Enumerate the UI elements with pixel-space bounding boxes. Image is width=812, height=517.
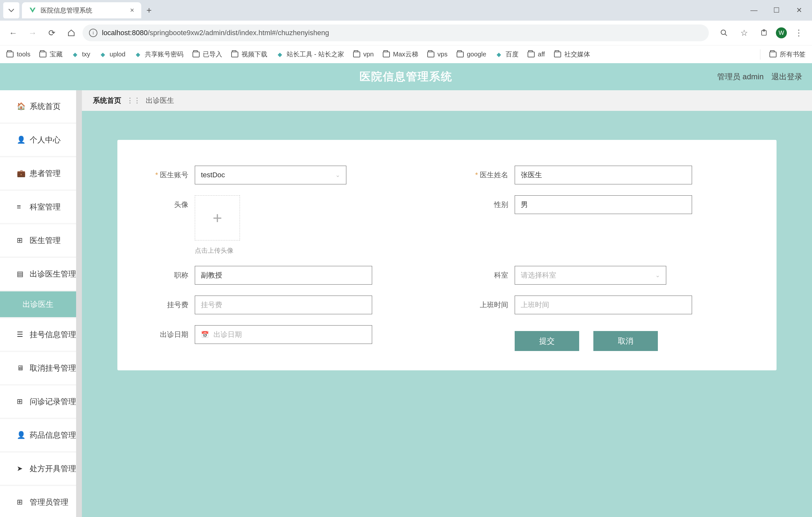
nav-home-button[interactable] <box>63 25 79 41</box>
sidebar-item-label: 医生管理 <box>30 235 61 246</box>
nav-reload-button[interactable]: ⟳ <box>44 25 60 41</box>
fee-input[interactable] <box>195 296 372 314</box>
bookmark-item[interactable]: 社交媒体 <box>554 50 590 59</box>
sidebar-item-label: 取消挂号管理 <box>30 363 76 373</box>
folder-icon <box>193 52 200 57</box>
main-area: 系统首页 ⋮⋮ 出诊医生 *医生账号 testDoc ⌄ <box>82 90 812 517</box>
title-input[interactable] <box>195 266 372 284</box>
bookmark-label: aff <box>538 51 545 58</box>
zoom-icon[interactable] <box>716 25 732 41</box>
sidebar-item-label: 出诊医生 <box>23 299 54 309</box>
sidebar-item[interactable]: 👤药品信息管理 <box>0 419 76 451</box>
nav-forward-button[interactable]: → <box>25 25 40 41</box>
list-icon: ≡ <box>17 203 21 211</box>
breadcrumb-home[interactable]: 系统首页 <box>93 96 121 105</box>
sidebar-item[interactable]: 🖥取消挂号管理 <box>0 352 76 384</box>
bookmark-item[interactable]: vpn <box>353 51 374 58</box>
folder-icon <box>39 52 47 57</box>
sidebar-item-label: 出诊医生管理 <box>30 269 76 279</box>
grid2-icon: ⊞ <box>17 397 23 406</box>
bookmark-item[interactable]: ◆txy <box>71 51 90 58</box>
bookmark-item[interactable]: Max云梯 <box>383 50 418 59</box>
bookmark-item[interactable]: ◆站长工具 - 站长之家 <box>277 50 344 59</box>
breadcrumb-current: 出诊医生 <box>146 96 174 105</box>
avatar-upload-hint: 点击上传头像 <box>195 246 437 255</box>
site-icon: ◆ <box>71 51 79 58</box>
sidebar-item[interactable]: 💼患者管理 <box>0 157 76 189</box>
tab-close-icon[interactable]: × <box>130 6 134 14</box>
folder-icon <box>6 52 13 57</box>
doctor-name-input[interactable] <box>515 166 692 184</box>
app-title: 医院信息管理系统 <box>359 69 453 84</box>
site-icon: ◆ <box>277 51 284 58</box>
sidebar-item[interactable]: ▤出诊医生管理 <box>0 258 76 290</box>
bookmark-label: google <box>467 51 486 58</box>
sidebar-item[interactable]: ➤处方开具管理 <box>0 453 76 485</box>
site-info-icon[interactable]: i <box>89 29 97 37</box>
window-controls: — ☐ ✕ <box>748 0 809 21</box>
avatar-upload[interactable]: + <box>195 195 240 240</box>
gender-input[interactable] <box>515 195 692 214</box>
sidebar-item[interactable]: ⊞管理员管理 <box>0 486 76 517</box>
url-text: localhost:8080/springboote9xw2/admin/dis… <box>102 29 329 37</box>
date-input[interactable]: 📅 出诊日期 <box>195 325 372 344</box>
all-bookmarks[interactable]: 所有书签 <box>770 50 806 59</box>
sidebar-item[interactable]: ⊞问诊记录管理 <box>0 386 76 418</box>
bookmark-item[interactable]: 宝藏 <box>39 50 63 59</box>
sidebar-item[interactable]: ≡科室管理 <box>0 191 76 223</box>
tab-search-button[interactable] <box>3 2 19 19</box>
window-maximize-icon[interactable]: ☐ <box>770 4 783 17</box>
sidebar-item[interactable]: 🏠系统首页 <box>0 90 76 122</box>
bookmark-item[interactable]: google <box>457 51 486 58</box>
sidebar-item[interactable]: 👤个人中心 <box>0 124 76 156</box>
vue-favicon <box>29 7 36 14</box>
browser-menu-icon[interactable]: ⋮ <box>791 25 807 41</box>
department-select[interactable]: 请选择科室 ⌄ <box>515 266 666 284</box>
logout-link[interactable]: 退出登录 <box>772 71 802 82</box>
sidebar-item[interactable]: ☰挂号信息管理 <box>0 318 76 351</box>
sidebar-item-label: 挂号信息管理 <box>30 329 76 340</box>
sidebar-item-label: 管理员管理 <box>30 497 68 507</box>
url-bar[interactable]: i localhost:8080/springboote9xw2/admin/d… <box>83 25 709 41</box>
bookmark-star-icon[interactable]: ☆ <box>736 25 752 41</box>
doctor-account-select[interactable]: testDoc ⌄ <box>195 166 346 184</box>
window-close-icon[interactable]: ✕ <box>793 4 806 17</box>
sidebar-item-label: 个人中心 <box>30 135 61 145</box>
bookmark-label: uplod <box>110 51 125 58</box>
bookmark-item[interactable]: ◆共享账号密码 <box>135 50 183 59</box>
tab-title: 医院信息管理系统 <box>40 6 125 15</box>
bookmark-label: 社交媒体 <box>564 50 590 59</box>
bookmark-label: 百度 <box>506 50 519 59</box>
sidebar-item-label: 处方开具管理 <box>30 463 76 474</box>
submit-button[interactable]: 提交 <box>515 331 579 351</box>
header-right: 管理员 admin 退出登录 <box>717 63 802 90</box>
app-root: 医院信息管理系统 管理员 admin 退出登录 🏠系统首页👤个人中心💼患者管理≡… <box>0 63 812 517</box>
browser-tab[interactable]: 医院信息管理系统 × <box>22 2 141 19</box>
profile-avatar[interactable]: W <box>776 27 787 38</box>
bookmark-item[interactable]: 视频下载 <box>231 50 267 59</box>
bookmark-item[interactable]: tools <box>6 51 30 58</box>
bookmark-item[interactable]: ◆百度 <box>495 50 519 59</box>
cancel-button[interactable]: 取消 <box>593 331 658 351</box>
worktime-input[interactable] <box>515 296 692 314</box>
sidebar-item-label: 患者管理 <box>30 168 61 179</box>
chevron-down-icon: ⌄ <box>655 272 660 279</box>
chevron-down-icon: ⌄ <box>336 172 340 179</box>
sidebar-subitem[interactable]: 出诊医生 <box>0 292 76 317</box>
sidebar-item[interactable]: ⊞医生管理 <box>0 224 76 256</box>
new-tab-button[interactable]: + <box>146 5 151 16</box>
sidebar-scrollbar[interactable] <box>76 90 82 517</box>
bookmark-item[interactable]: ◆uplod <box>99 51 125 58</box>
site-icon: ◆ <box>135 51 142 58</box>
folder-icon <box>457 52 464 57</box>
sidebar-item-label: 科室管理 <box>30 202 61 212</box>
bookmark-item[interactable]: aff <box>528 51 545 58</box>
bookmark-item[interactable]: vps <box>427 51 447 58</box>
window-minimize-icon[interactable]: — <box>748 4 760 17</box>
extensions-icon[interactable] <box>756 25 772 41</box>
nav-back-button[interactable]: ← <box>5 25 21 41</box>
bookmark-item[interactable]: 已导入 <box>193 50 222 59</box>
sidebar: 🏠系统首页👤个人中心💼患者管理≡科室管理⊞医生管理▤出诊医生管理出诊医生☰挂号信… <box>0 90 82 517</box>
folder-icon <box>427 52 434 57</box>
breadcrumb-separator-icon: ⋮⋮ <box>126 96 141 105</box>
